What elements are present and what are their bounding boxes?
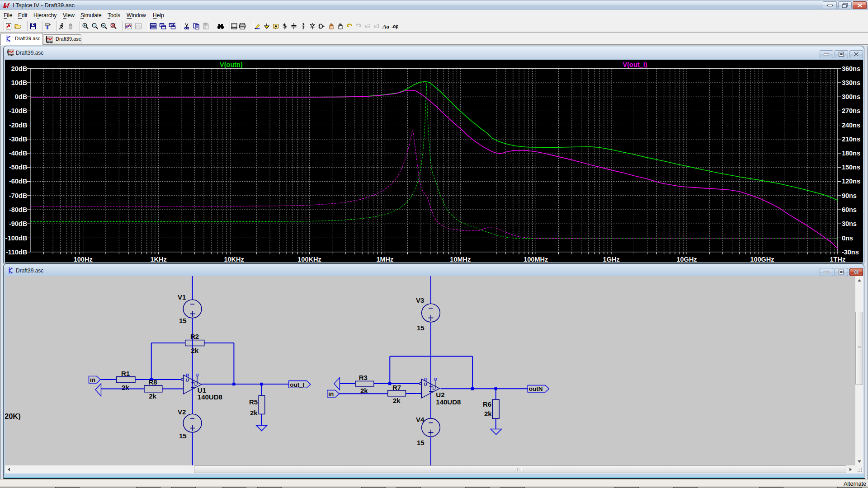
svg-text:20dB: 20dB (11, 65, 27, 72)
svg-text:10dB: 10dB (11, 79, 27, 86)
svg-text:60ns: 60ns (841, 206, 856, 213)
svg-text:R1: R1 (121, 370, 130, 377)
svg-text:V(outn): V(outn) (220, 61, 243, 68)
svg-text:10MHz: 10MHz (450, 255, 471, 262)
svg-text:-50dB: -50dB (9, 164, 27, 171)
svg-text:0dB: 0dB (14, 93, 27, 100)
svg-text:90ns: 90ns (841, 192, 856, 199)
svg-text:1GHz: 1GHz (603, 255, 619, 262)
svg-text:1KHz: 1KHz (150, 255, 166, 262)
svg-text:-30ns: -30ns (841, 248, 859, 255)
svg-text:-100dB: -100dB (5, 234, 27, 241)
svg-text:10KHz: 10KHz (224, 255, 244, 262)
svg-text:out_I: out_I (290, 381, 304, 388)
svg-text:140UD8: 140UD8 (436, 398, 461, 406)
svg-text:-20dB: -20dB (9, 121, 27, 128)
svg-text:30ns: 30ns (841, 220, 856, 227)
svg-text:-60dB: -60dB (9, 178, 27, 185)
svg-text:R5: R5 (249, 398, 258, 406)
svg-text:-70dB: -70dB (9, 192, 27, 199)
svg-text:180ns: 180ns (841, 150, 860, 157)
svg-text:2k: 2k (360, 387, 368, 394)
svg-text:2k: 2k (191, 347, 199, 354)
svg-text:-80dB: -80dB (9, 206, 27, 213)
svg-text:210ns: 210ns (841, 135, 860, 142)
svg-text:outN: outN (529, 385, 543, 392)
svg-text:R6: R6 (483, 400, 491, 408)
svg-text:1THz: 1THz (830, 255, 845, 262)
svg-text:-30dB: -30dB (9, 135, 27, 142)
svg-text:V4: V4 (416, 416, 425, 423)
svg-text:150ns: 150ns (841, 164, 860, 171)
svg-text:15: 15 (417, 439, 425, 446)
svg-text:240ns: 240ns (841, 121, 860, 128)
svg-text:100KHz: 100KHz (297, 255, 321, 262)
svg-text:-110dB: -110dB (5, 248, 27, 255)
svg-text:in: in (90, 376, 95, 383)
svg-text:.op: .op (392, 23, 398, 29)
svg-text:0ns: 0ns (841, 234, 853, 241)
svg-text:10GHz: 10GHz (676, 255, 697, 262)
svg-text:-90dB: -90dB (9, 220, 27, 227)
svg-text:2k: 2k (484, 410, 492, 418)
svg-text:R7: R7 (392, 384, 401, 391)
svg-text:15: 15 (179, 432, 187, 440)
svg-text:2k: 2k (250, 409, 258, 417)
svg-text:in: in (328, 390, 334, 397)
svg-text:270ns: 270ns (841, 107, 860, 114)
svg-text:100MHz: 100MHz (524, 255, 548, 262)
svg-text:-10dB: -10dB (9, 107, 27, 114)
svg-text:U2: U2 (436, 391, 444, 399)
svg-text:120ns: 120ns (841, 178, 860, 185)
svg-text:R3: R3 (359, 374, 368, 381)
svg-text:15: 15 (417, 324, 425, 332)
svg-text:V1: V1 (178, 293, 186, 301)
svg-text:300ns: 300ns (841, 93, 860, 100)
svg-text:15: 15 (179, 317, 187, 324)
svg-text:R2: R2 (190, 333, 199, 340)
svg-text:A: A (274, 24, 277, 28)
svg-text:360ns: 360ns (841, 65, 860, 72)
svg-text:V3: V3 (416, 296, 424, 304)
svg-text:140UD8: 140UD8 (198, 393, 222, 401)
svg-text:Aa: Aa (382, 23, 389, 30)
svg-text:R8: R8 (148, 378, 157, 386)
svg-text:1MHz: 1MHz (376, 255, 393, 262)
svg-text:20K): 20K) (5, 412, 21, 420)
svg-text:100Hz: 100Hz (73, 255, 92, 262)
svg-text:330ns: 330ns (841, 79, 860, 86)
svg-text:2k: 2k (149, 392, 156, 400)
svg-text:2k: 2k (393, 397, 401, 404)
svg-text:100GHz: 100GHz (750, 255, 774, 262)
svg-text:V(out_i): V(out_i) (623, 61, 647, 68)
svg-text:2k: 2k (122, 384, 129, 391)
svg-text:V2: V2 (178, 408, 186, 416)
svg-text:-40dB: -40dB (9, 150, 27, 157)
